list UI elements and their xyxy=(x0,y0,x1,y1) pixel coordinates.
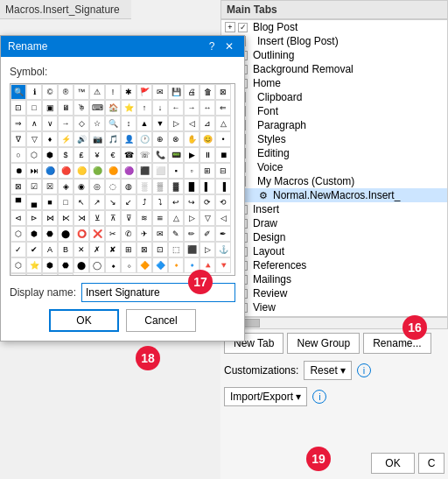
symbol-cell-13[interactable]: ⊠ xyxy=(215,84,231,100)
symbol-cell-161[interactable]: ⬦ xyxy=(121,257,136,273)
symbol-cell-19[interactable]: ⌨ xyxy=(89,100,105,116)
symbol-cell-90[interactable]: ◌ xyxy=(105,179,121,194)
symbol-cell-17[interactable]: 🖥 xyxy=(58,100,74,116)
symbol-cell-145[interactable]: ✗ xyxy=(89,242,105,257)
symbol-cell-33[interactable]: ☆ xyxy=(89,116,105,131)
symbol-cell-16[interactable]: ▣ xyxy=(42,100,58,116)
tree-item-4[interactable]: +Home xyxy=(221,76,447,90)
expand-icon-0[interactable]: + xyxy=(225,22,235,32)
symbol-cell-146[interactable]: ✘ xyxy=(105,242,121,257)
symbol-cell-14[interactable]: ⊡ xyxy=(10,100,26,116)
symbol-cell-82[interactable]: ⊞ xyxy=(200,163,215,179)
symbol-cell-167[interactable]: 🔻 xyxy=(215,257,231,273)
tree-item-0[interactable]: +Blog Post xyxy=(221,20,447,34)
symbol-cell-7[interactable]: ✱ xyxy=(121,84,136,100)
final-cancel-button[interactable]: C xyxy=(418,453,444,474)
symbol-cell-126[interactable]: ⬡ xyxy=(10,226,26,242)
symbol-cell-32[interactable]: ◇ xyxy=(74,116,89,131)
symbol-cell-79[interactable]: ⬜ xyxy=(152,163,168,179)
tree-item-17[interactable]: +References xyxy=(221,258,447,272)
symbol-cell-120[interactable]: ≋ xyxy=(136,210,152,226)
symbol-cell-35[interactable]: ↕ xyxy=(121,116,136,131)
display-name-input[interactable] xyxy=(81,283,235,302)
symbol-cell-52[interactable]: ⊗ xyxy=(168,131,184,147)
symbol-cell-151[interactable]: ⬛ xyxy=(184,242,200,257)
symbol-cell-138[interactable]: ✐ xyxy=(200,226,215,242)
symbol-cell-21[interactable]: ⭐ xyxy=(121,100,136,116)
symbol-cell-163[interactable]: 🔷 xyxy=(152,257,168,273)
symbol-cell-4[interactable]: ™ xyxy=(74,84,89,100)
symbol-cell-64[interactable]: ☏ xyxy=(136,147,152,163)
symbol-cell-70[interactable]: ⏺ xyxy=(10,163,26,179)
symbol-cell-105[interactable]: ↙ xyxy=(121,194,136,210)
symbol-cell-49[interactable]: 👤 xyxy=(121,131,136,147)
tree-item-18[interactable]: +Mailings xyxy=(221,272,447,286)
dialog-close-button[interactable]: ✕ xyxy=(221,39,237,53)
symbol-cell-65[interactable]: 📞 xyxy=(152,147,168,163)
symbol-cell-147[interactable]: ⊞ xyxy=(121,242,136,257)
symbol-cell-104[interactable]: ↘ xyxy=(105,194,121,210)
symbol-cell-24[interactable]: ← xyxy=(168,100,184,116)
symbol-cell-71[interactable]: ⏭ xyxy=(26,163,42,179)
symbol-cell-96[interactable]: ▌ xyxy=(200,179,215,194)
import-export-dropdown[interactable]: Import/Export ▾ xyxy=(224,387,307,406)
symbol-cell-92[interactable]: ░ xyxy=(136,179,152,194)
symbol-cell-8[interactable]: 🚩 xyxy=(136,84,152,100)
symbol-cell-133[interactable]: ✆ xyxy=(121,226,136,242)
symbol-grid[interactable]: 🔍ℹ©®™⚠!✱🚩✉💾🖨🗑⊠⊡□▣🖥🖰⌨🏠⭐↑↓←→↔⇐⇒∧∨→◇☆🔍↕▲▼▷◁… xyxy=(10,83,235,276)
symbol-cell-124[interactable]: ▽ xyxy=(200,210,215,226)
horizontal-scrollbar[interactable] xyxy=(220,317,448,329)
symbol-cell-158[interactable]: ⬤ xyxy=(74,257,89,273)
reset-info-icon[interactable]: i xyxy=(357,363,371,377)
symbol-cell-110[interactable]: ⟳ xyxy=(200,194,215,210)
symbol-cell-43[interactable]: ▽ xyxy=(26,131,42,147)
symbol-cell-112[interactable]: ⊲ xyxy=(10,210,26,226)
tree-item-20[interactable]: +View xyxy=(221,300,447,314)
symbol-cell-23[interactable]: ↓ xyxy=(152,100,168,116)
symbol-cell-156[interactable]: ⬢ xyxy=(42,257,58,273)
symbol-cell-170[interactable]: 🔲 xyxy=(42,273,58,276)
symbol-cell-80[interactable]: ▪ xyxy=(168,163,184,179)
symbol-cell-121[interactable]: ≌ xyxy=(152,210,168,226)
symbol-cell-44[interactable]: ♦ xyxy=(42,131,58,147)
symbol-cell-72[interactable]: 🔵 xyxy=(42,163,58,179)
symbol-cell-15[interactable]: □ xyxy=(26,100,42,116)
symbol-cell-135[interactable]: ✉ xyxy=(152,226,168,242)
symbol-cell-169[interactable]: 🔘 xyxy=(26,273,42,276)
symbol-cell-11[interactable]: 🖨 xyxy=(184,84,200,100)
symbol-cell-31[interactable]: → xyxy=(58,116,74,131)
tree-item-1[interactable]: +Insert (Blog Post) xyxy=(221,34,447,48)
symbol-cell-1[interactable]: ℹ xyxy=(26,84,42,100)
symbol-cell-74[interactable]: 🟡 xyxy=(74,163,89,179)
symbol-cell-95[interactable]: █ xyxy=(184,179,200,194)
symbol-cell-26[interactable]: ↔ xyxy=(200,100,215,116)
symbol-cell-50[interactable]: 🕐 xyxy=(136,131,152,147)
symbol-cell-115[interactable]: ⋉ xyxy=(58,210,74,226)
symbol-cell-27[interactable]: ⇐ xyxy=(215,100,231,116)
tree-item-15[interactable]: +Design xyxy=(221,230,447,244)
symbol-cell-166[interactable]: 🔺 xyxy=(200,257,215,273)
symbol-cell-2[interactable]: © xyxy=(42,84,58,100)
symbol-cell-128[interactable]: ⬣ xyxy=(42,226,58,242)
symbol-cell-53[interactable]: ✋ xyxy=(184,131,200,147)
symbol-cell-76[interactable]: 🟠 xyxy=(105,163,121,179)
symbol-cell-155[interactable]: ⭐ xyxy=(26,257,42,273)
symbol-cell-103[interactable]: ↗ xyxy=(89,194,105,210)
symbol-cell-117[interactable]: ⊻ xyxy=(89,210,105,226)
tree-item-12[interactable]: ⚙Normal.NewMacros.Insert_ xyxy=(221,188,447,202)
symbol-cell-75[interactable]: 🟢 xyxy=(89,163,105,179)
tree-item-14[interactable]: +Draw xyxy=(221,216,447,230)
symbol-cell-29[interactable]: ∧ xyxy=(26,116,42,131)
symbol-cell-37[interactable]: ▼ xyxy=(152,116,168,131)
new-group-button[interactable]: New Group xyxy=(287,333,360,354)
symbol-cell-6[interactable]: ! xyxy=(105,84,121,100)
symbol-cell-93[interactable]: ▒ xyxy=(152,179,168,194)
symbol-cell-162[interactable]: 🔶 xyxy=(136,257,152,273)
dialog-ok-button[interactable]: OK xyxy=(49,309,119,332)
symbol-cell-168[interactable]: 💠 xyxy=(10,273,26,276)
symbol-cell-63[interactable]: ☎ xyxy=(121,147,136,163)
symbol-cell-86[interactable]: ☒ xyxy=(42,179,58,194)
symbol-cell-142[interactable]: A xyxy=(42,242,58,257)
checkbox-0[interactable] xyxy=(238,23,248,32)
symbol-cell-102[interactable]: ↖ xyxy=(74,194,89,210)
